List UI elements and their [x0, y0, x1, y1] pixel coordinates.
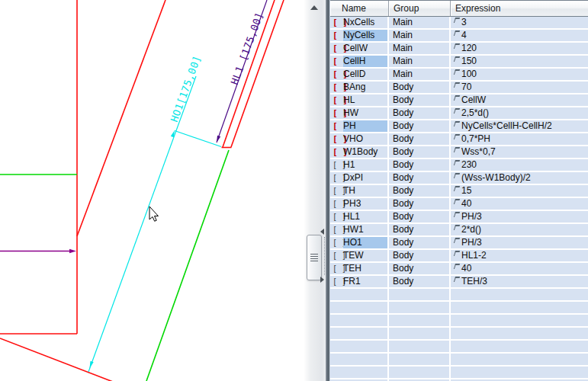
variable-expression-cell[interactable]: HL1-2: [451, 250, 588, 261]
table-row[interactable]: [ ]TEWBodyHL1-2: [330, 250, 588, 263]
variable-group-cell[interactable]: Body: [389, 276, 451, 287]
table-row[interactable]: [ ]FR1BodyTEH/3: [330, 276, 588, 289]
table-empty-row[interactable]: [330, 367, 588, 379]
table-row[interactable]: [ ]PHBodyNyCells*CellH-CellH/2: [330, 120, 588, 133]
variable-expression-cell[interactable]: 120: [451, 43, 588, 54]
variable-name-cell[interactable]: [ ]H1: [330, 159, 389, 171]
variable-expression-cell[interactable]: 230: [451, 159, 588, 171]
column-header-name[interactable]: Name: [330, 1, 389, 16]
variable-name-cell[interactable]: [ ]TEH: [330, 263, 389, 274]
variable-group-cell[interactable]: Main: [389, 43, 451, 54]
table-row[interactable]: [ ]NyCellsMain4: [330, 30, 588, 43]
viewport-scrollbar[interactable]: [304, 0, 326, 381]
collapse-left-icon[interactable]: [320, 229, 324, 235]
table-row[interactable]: [ ]THBody15: [330, 185, 588, 198]
variable-expression-cell[interactable]: TEH/3: [451, 276, 588, 287]
variable-name-cell[interactable]: [ ]W1Body: [330, 146, 389, 158]
variable-expression-cell[interactable]: 4: [451, 30, 588, 41]
variable-name-cell[interactable]: [ ]TH: [330, 185, 389, 197]
variable-group-cell[interactable]: Body: [389, 172, 451, 184]
variable-expression-cell[interactable]: Wss*0,7: [451, 146, 588, 158]
variable-expression-cell[interactable]: 15: [451, 185, 588, 197]
table-row[interactable]: [ ]HO1BodyPH/3: [330, 237, 588, 250]
variable-expression-cell[interactable]: 40: [451, 263, 588, 274]
variable-name-cell[interactable]: [ ]NyCells: [330, 30, 389, 41]
variable-expression-cell[interactable]: PH/3: [451, 211, 588, 223]
table-row[interactable]: [ ]CellHMain150: [330, 56, 588, 69]
variable-expression-cell[interactable]: NyCells*CellH-CellH/2: [451, 120, 588, 132]
variable-group-cell[interactable]: Main: [389, 30, 451, 41]
variable-group-cell[interactable]: Main: [389, 56, 451, 67]
variable-expression-cell[interactable]: 100: [451, 69, 588, 80]
variable-expression-cell[interactable]: 3: [451, 17, 588, 28]
variable-group-cell[interactable]: Body: [389, 94, 451, 106]
variable-name-cell[interactable]: [ ]HL1: [330, 211, 389, 223]
variable-expression-cell[interactable]: 70: [451, 82, 588, 93]
table-row[interactable]: [ ]HWBody2,5*d(): [330, 107, 588, 120]
variable-group-cell[interactable]: Body: [389, 133, 451, 145]
table-row[interactable]: [ ]HL1BodyPH/3: [330, 211, 588, 224]
table-row[interactable]: [ ]HW1Body2*d(): [330, 224, 588, 237]
table-row[interactable]: [ ]DxPIBody(Wss-W1Body)/2: [330, 172, 588, 185]
variable-group-cell[interactable]: Body: [389, 198, 451, 210]
variable-group-cell[interactable]: Body: [389, 224, 451, 235]
splitter-handle[interactable]: [307, 235, 322, 280]
variable-group-cell[interactable]: Body: [389, 185, 451, 197]
table-row[interactable]: [ ]W1BodyBodyWss*0,7: [330, 146, 588, 159]
variable-name-cell[interactable]: [ ]HW: [330, 107, 389, 119]
variable-expression-cell[interactable]: 2,5*d(): [451, 107, 588, 119]
variable-name-cell[interactable]: [ ]PH3: [330, 198, 389, 210]
variable-name-cell[interactable]: [ ]BAng: [330, 82, 389, 93]
table-empty-row[interactable]: [330, 341, 588, 354]
variable-expression-cell[interactable]: 40: [451, 198, 588, 210]
variable-name-cell[interactable]: [ ]PH: [330, 120, 389, 132]
variable-name-cell[interactable]: [ ]NxCells: [330, 17, 389, 28]
variable-expression-cell[interactable]: CellW: [451, 94, 588, 106]
variable-group-cell[interactable]: Body: [389, 82, 451, 93]
table-empty-row[interactable]: [330, 302, 588, 315]
variable-group-cell[interactable]: Body: [389, 237, 451, 248]
table-row[interactable]: [ ]BAngBody70: [330, 82, 588, 94]
table-empty-row[interactable]: [330, 354, 588, 367]
variable-name-cell[interactable]: [ ]CellH: [330, 56, 389, 67]
table-row[interactable]: [ ]PH3Body40: [330, 198, 588, 211]
variable-name-cell[interactable]: [ ]HO1: [330, 237, 389, 248]
variable-group-cell[interactable]: Body: [389, 107, 451, 119]
table-empty-row[interactable]: [330, 289, 588, 302]
table-row[interactable]: [ ]NxCellsMain3: [330, 17, 588, 30]
table-row[interactable]: [ ]H1Body230: [330, 159, 588, 172]
table-row[interactable]: [ ]VHOBody0,7*PH: [330, 133, 588, 146]
variable-expression-cell[interactable]: 150: [451, 56, 588, 67]
table-row[interactable]: [ ]CellWMain120: [330, 43, 588, 56]
variable-group-cell[interactable]: Main: [389, 17, 451, 28]
cad-viewport[interactable]: HO1[175,00] HL1 [175,00]: [0, 0, 305, 381]
collapse-right-icon[interactable]: [320, 277, 324, 283]
variable-expression-cell[interactable]: PH/3: [451, 237, 588, 248]
variable-name-cell[interactable]: [ ]CellD: [330, 69, 389, 80]
variable-expression-cell[interactable]: 2*d(): [451, 224, 588, 235]
variable-name-cell[interactable]: [ ]HL: [330, 94, 389, 106]
variable-name-cell[interactable]: [ ]FR1: [330, 276, 389, 287]
variable-group-cell[interactable]: Main: [389, 69, 451, 80]
variable-group-cell[interactable]: Body: [389, 263, 451, 274]
variable-group-cell[interactable]: Body: [389, 120, 451, 132]
variable-name-cell[interactable]: [ ]DxPI: [330, 172, 389, 184]
variable-name-cell[interactable]: [ ]VHO: [330, 133, 389, 145]
table-row[interactable]: [ ]CellDMain100: [330, 69, 588, 82]
variable-group-cell[interactable]: Body: [389, 211, 451, 223]
variable-group-cell[interactable]: Body: [389, 146, 451, 158]
variable-group-cell[interactable]: Body: [389, 250, 451, 261]
scroll-up-icon[interactable]: [310, 5, 318, 10]
table-row[interactable]: [ ]HLBodyCellW: [330, 94, 588, 107]
variable-expression-cell[interactable]: 0,7*PH: [451, 133, 588, 145]
variable-group-cell[interactable]: Body: [389, 159, 451, 171]
variable-name-cell[interactable]: [ ]TEW: [330, 250, 389, 261]
table-empty-row[interactable]: [330, 328, 588, 341]
table-empty-row[interactable]: [330, 315, 588, 328]
table-row[interactable]: [ ]TEHBody40: [330, 263, 588, 276]
variable-expression-cell[interactable]: (Wss-W1Body)/2: [451, 172, 588, 184]
variable-name-cell[interactable]: [ ]CellW: [330, 43, 389, 54]
column-header-group[interactable]: Group: [389, 1, 451, 16]
column-header-expression[interactable]: Expression: [451, 1, 588, 16]
variable-name-cell[interactable]: [ ]HW1: [330, 224, 389, 235]
